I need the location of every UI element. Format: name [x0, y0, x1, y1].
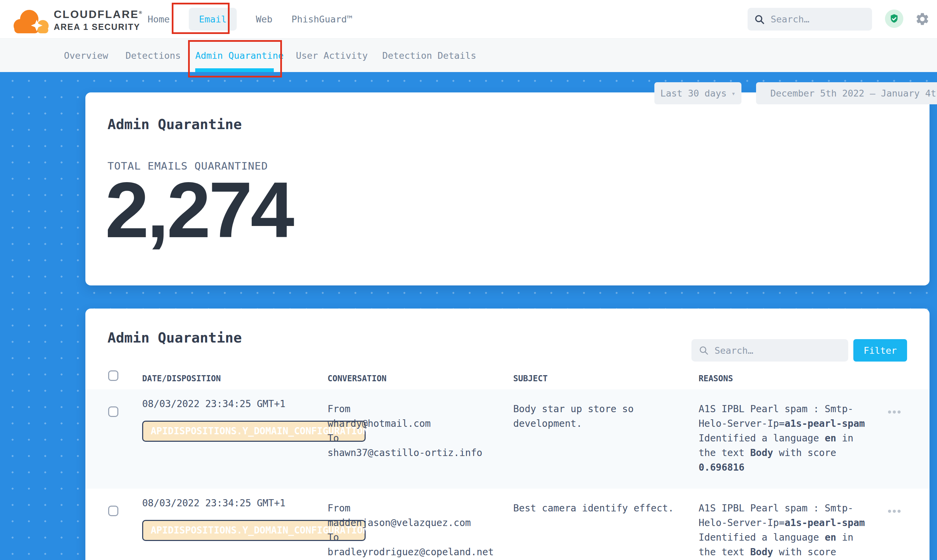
period-select-label: Last 30 days — [660, 88, 727, 98]
reasons-cell: A1S IPBL Pearl spam : Smtp- Helo-Server-… — [699, 402, 865, 475]
active-tab-underline — [195, 68, 274, 72]
nav-phishguard[interactable]: PhishGuard™ — [292, 14, 352, 25]
brand-subtitle: AREA 1 SECURITY — [54, 22, 142, 32]
nav-web[interactable]: Web — [256, 14, 272, 25]
shield-check-icon — [889, 13, 900, 24]
date-cell: 08/03/2022 23:34:25 GMT+1 — [142, 497, 286, 509]
filter-button[interactable]: Filter — [853, 339, 907, 362]
row-checkbox[interactable] — [108, 406, 118, 417]
date-range-text: December 5th 2022 — January 4th 2023 — [770, 88, 937, 98]
subject-cell: Body star up store so development. — [513, 402, 683, 431]
top-navigation: Home Email Web PhishGuard™ — [148, 0, 352, 38]
tab-admin-quarantine[interactable]: Admin Quarantine — [195, 50, 284, 61]
more-options-icon[interactable] — [888, 508, 902, 514]
conversation-cell: From maddenjason@velazquez.com To bradle… — [327, 501, 494, 559]
table-header-row: DATE/DISPOSITION CONVERSATION SUBJECT RE… — [85, 366, 929, 389]
to-address: bradleyrodriguez@copeland.net — [327, 545, 494, 559]
period-select[interactable]: Last 30 days ▾ — [655, 82, 741, 104]
quarantine-table-card: Admin Quarantine Filter DATE/DISPOSITION… — [85, 309, 929, 560]
from-label: From — [327, 402, 482, 416]
to-address: shawn37@castillo-ortiz.info — [327, 446, 482, 460]
quarantine-row[interactable]: 08/03/2022 23:34:25 GMT+1 APIDISPOSITION… — [85, 489, 929, 560]
summary-card: Admin Quarantine TOTAL EMAILS QUARANTINE… — [85, 92, 929, 285]
brand-name: CLOUDFLARE® — [54, 8, 142, 21]
column-header-conversation: CONVERSATION — [327, 374, 386, 383]
from-address: maddenjason@velazquez.com — [327, 515, 494, 530]
table-search-input[interactable] — [715, 345, 841, 356]
from-label: From — [327, 501, 494, 515]
reasons-cell: A1S IPBL Pearl spam : Smtp- Helo-Server-… — [699, 501, 865, 560]
email-section-tab-bar: Overview Detections Admin Quarantine Use… — [0, 38, 937, 72]
brand-text: CLOUDFLARE® AREA 1 SECURITY — [54, 8, 142, 32]
to-label: To — [327, 530, 494, 545]
column-header-date-disposition: DATE/DISPOSITION — [142, 374, 221, 383]
tab-user-activity[interactable]: User Activity — [296, 50, 367, 61]
search-icon — [754, 14, 765, 25]
to-label: To — [327, 431, 482, 446]
caret-down-icon: ▾ — [732, 89, 736, 97]
top-bar: CLOUDFLARE® AREA 1 SECURITY Home Email W… — [0, 0, 937, 38]
global-search[interactable] — [747, 8, 872, 31]
registered-mark: ® — [139, 10, 142, 15]
select-all-checkbox[interactable] — [108, 371, 118, 381]
app-viewport: CLOUDFLARE® AREA 1 SECURITY Home Email W… — [0, 0, 937, 560]
metric-value: 2,274 — [105, 171, 292, 249]
row-checkbox[interactable] — [108, 506, 118, 516]
column-header-reasons: REASONS — [699, 374, 733, 383]
global-search-input[interactable] — [771, 14, 866, 25]
tab-overview[interactable]: Overview — [64, 50, 108, 61]
nav-home[interactable]: Home — [148, 14, 170, 25]
conversation-cell: From whardy@hotmail.com To shawn37@casti… — [327, 402, 482, 460]
date-cell: 08/03/2022 23:34:25 GMT+1 — [142, 398, 286, 409]
from-address: whardy@hotmail.com — [327, 416, 482, 431]
search-icon — [698, 345, 709, 356]
nav-email[interactable]: Email — [189, 8, 237, 31]
more-options-icon[interactable] — [888, 408, 902, 415]
cloudflare-cloud-logo-icon — [12, 7, 49, 36]
quarantine-row[interactable]: 08/03/2022 23:34:25 GMT+1 APIDISPOSITION… — [85, 389, 929, 489]
gear-icon — [915, 12, 930, 26]
quarantine-card-title: Admin Quarantine — [108, 329, 242, 346]
protection-status-button[interactable] — [885, 9, 903, 28]
tab-detection-details[interactable]: Detection Details — [382, 50, 476, 61]
tab-detections[interactable]: Detections — [125, 50, 181, 61]
table-search[interactable] — [692, 339, 848, 362]
settings-button[interactable] — [915, 12, 930, 26]
date-range-display[interactable]: December 5th 2022 — January 4th 2023 — [756, 82, 937, 104]
subject-cell: Best camera identify effect. — [513, 501, 683, 515]
column-header-subject: SUBJECT — [513, 374, 548, 383]
summary-card-title: Admin Quarantine — [108, 116, 242, 132]
